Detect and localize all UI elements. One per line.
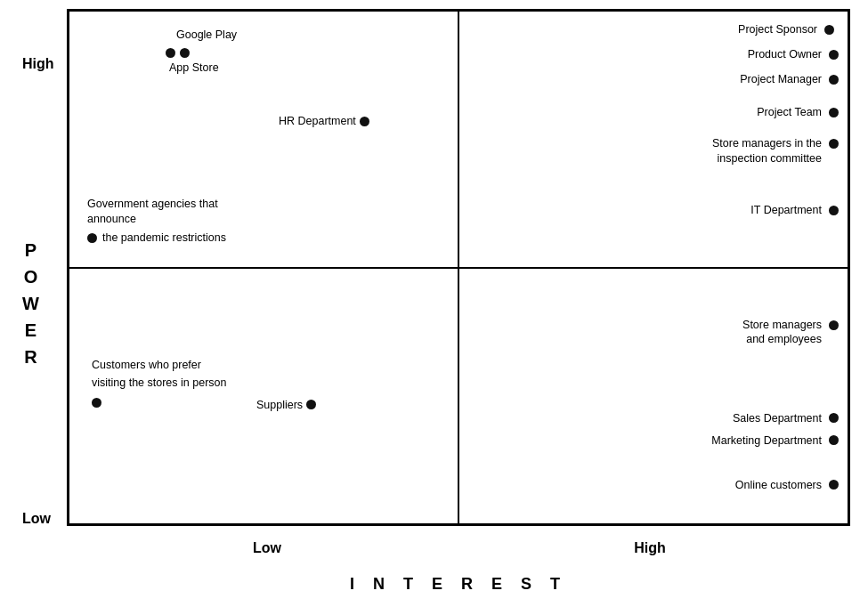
app-store-label: App Store [169,61,219,76]
government-label2: the pandemic restrictions [102,231,226,246]
store-managers-inspection-stakeholder: Store managers in theinspection committe… [688,136,839,166]
x-low-label: Low [76,540,458,556]
online-customers-label: Online customers [735,478,822,493]
x-axis-row: Low High [67,526,850,570]
hr-department-label: HR Department [279,114,356,129]
sales-department-label: Sales Department [733,411,822,426]
store-employees-stakeholder: Store managersand employees [697,318,839,348]
quadrant-top-left: Google Play App Store HR Department [69,11,458,268]
grid-container: Google Play App Store HR Department [67,9,850,526]
project-sponsor-stakeholder: Project Sponsor [738,22,834,37]
government-label: Government agencies that announce [87,197,265,227]
project-team-label: Project Team [757,105,822,120]
project-sponsor-label: Project Sponsor [738,22,817,37]
marketing-department-label: Marketing Department [711,433,822,449]
project-manager-stakeholder: Project Manager [740,72,839,87]
quadrant-bottom-left: Customers who prefer visiting the stores… [69,268,458,525]
suppliers-stakeholder: Suppliers [256,398,316,413]
google-play-label: Google Play [176,28,237,43]
product-owner-stakeholder: Product Owner [748,47,839,62]
instore-customers-line1: Customers who prefer [92,358,201,373]
project-manager-label: Project Manager [740,72,822,87]
product-owner-label: Product Owner [748,47,822,62]
power-label: P O W E R [22,237,43,370]
marketing-department-dot [829,435,839,445]
online-customers-stakeholder: Online customers [735,478,839,493]
quadrant-top-right: Project Sponsor Product Owner Project Ma… [458,11,848,268]
store-managers-inspection-label: Store managers in theinspection committe… [688,136,822,166]
suppliers-dot [306,400,316,409]
hr-department-stakeholder: HR Department [279,114,369,129]
project-sponsor-dot [824,25,834,35]
quadrant-bottom-right: Store managersand employees Sales Depart… [458,268,848,525]
x-axis-label: I N T E R E S T [350,575,567,594]
project-manager-dot [829,75,839,85]
government-dot [87,233,97,243]
x-high-label: High [458,540,841,556]
project-team-dot [829,108,839,117]
marketing-department-stakeholder: Marketing Department [711,433,839,449]
project-team-stakeholder: Project Team [757,105,839,120]
chart-right: Google Play App Store HR Department [67,9,850,597]
instore-customers-dot [92,398,101,408]
online-customers-dot [829,480,839,490]
y-axis: High P O W E R Low [18,9,67,597]
store-employees-dot [829,320,839,330]
it-department-stakeholder: IT Department [750,203,839,218]
store-employees-label: Store managersand employees [697,318,822,348]
sales-department-dot [829,413,839,423]
chart-area: High P O W E R Low Google Play [18,9,850,597]
hr-department-dot [360,117,369,126]
product-owner-dot [829,50,839,60]
instore-customers-line2: visiting the stores in person [92,376,226,391]
chart-container: High P O W E R Low Google Play [0,0,868,615]
government-stakeholder: Government agencies that announce the pa… [87,197,265,246]
sales-department-stakeholder: Sales Department [733,411,839,426]
suppliers-label: Suppliers [256,398,303,413]
it-department-dot [829,206,839,215]
instore-customers-stakeholder: Customers who prefer visiting the stores… [92,358,226,409]
store-managers-inspection-dot [829,139,839,149]
y-low-label: Low [22,511,51,527]
quadrant-grid: Google Play App Store HR Department [69,11,848,524]
y-high-label: High [22,56,54,72]
x-axis-label-row: I N T E R E S T [67,570,850,597]
it-department-label: IT Department [750,203,822,218]
